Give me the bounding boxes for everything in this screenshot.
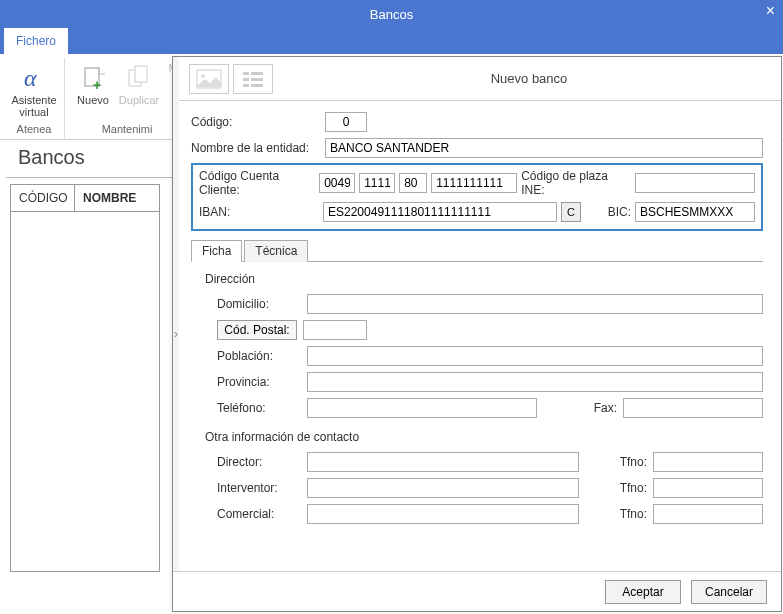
fax-label: Fax: xyxy=(583,401,617,415)
direccion-group: Domicilio: Cód. Postal: Población: Provi… xyxy=(191,294,763,418)
nuevo-label: Nuevo xyxy=(77,94,109,106)
svg-rect-8 xyxy=(251,72,263,75)
dialog-title: Nuevo banco xyxy=(277,71,781,86)
svg-point-6 xyxy=(201,74,205,78)
tab-tecnica[interactable]: Técnica xyxy=(244,240,308,262)
title-bar: Bancos × xyxy=(0,0,783,28)
iban-input[interactable] xyxy=(323,202,557,222)
svg-text:+: + xyxy=(93,77,101,92)
col-codigo[interactable]: CÓDIGO xyxy=(11,185,75,211)
duplicate-icon xyxy=(123,62,155,94)
svg-rect-9 xyxy=(243,78,249,81)
tab-fichero[interactable]: Fichero xyxy=(4,28,68,54)
alpha-icon: α xyxy=(18,62,50,94)
bic-input[interactable] xyxy=(635,202,755,222)
codigo-label: Código: xyxy=(191,115,311,129)
svg-rect-11 xyxy=(243,84,249,87)
dialog-nuevo-banco: › Nuevo banco Código: Nombre de la entid… xyxy=(172,56,782,612)
svg-rect-4 xyxy=(135,66,147,82)
bic-label: BIC: xyxy=(608,205,631,219)
ccc-cuenta-input[interactable] xyxy=(431,173,517,193)
dialog-footer: Aceptar Cancelar xyxy=(173,571,781,611)
asistente-label: Asistente virtual xyxy=(11,94,56,118)
direccion-title: Dirección xyxy=(205,272,763,286)
iban-label: IBAN: xyxy=(199,205,319,219)
dialog-toolbar: Nuevo banco xyxy=(173,57,781,101)
grid-header: CÓDIGO NOMBRE xyxy=(10,184,160,212)
nombre-label: Nombre de la entidad: xyxy=(191,141,311,155)
ccc-dc-input[interactable] xyxy=(399,173,427,193)
interventor-tfno-label: Tfno: xyxy=(607,481,647,495)
ccc-sucursal-input[interactable] xyxy=(359,173,395,193)
nombre-input[interactable] xyxy=(325,138,763,158)
cuenta-box: Código Cuenta Cliente: Código de plaza I… xyxy=(191,163,763,231)
ribbon-group-atenea: α Asistente virtual Atenea xyxy=(4,58,65,139)
splitter-handle[interactable]: › xyxy=(173,57,179,611)
plaza-input[interactable] xyxy=(635,173,755,193)
image-placeholder-icon[interactable] xyxy=(189,64,229,94)
ccc-label: Código Cuenta Cliente: xyxy=(199,169,315,197)
tabs: Ficha Técnica xyxy=(191,239,763,262)
cancelar-button[interactable]: Cancelar xyxy=(691,580,767,604)
domicilio-input[interactable] xyxy=(307,294,763,314)
grid-body[interactable] xyxy=(10,212,160,572)
comercial-label: Comercial: xyxy=(217,507,301,521)
aceptar-button[interactable]: Aceptar xyxy=(605,580,681,604)
contacto-group: Director: Tfno: Interventor: Tfno: Comer… xyxy=(191,452,763,524)
group-label-manten: Mantenimi xyxy=(102,123,153,137)
close-icon[interactable]: × xyxy=(766,2,775,20)
provincia-input[interactable] xyxy=(307,372,763,392)
poblacion-input[interactable] xyxy=(307,346,763,366)
asistente-virtual-button[interactable]: α Asistente virtual xyxy=(10,60,58,120)
fax-input[interactable] xyxy=(623,398,763,418)
new-document-icon: + xyxy=(77,62,109,94)
comercial-tfno-input[interactable] xyxy=(653,504,763,524)
provincia-label: Provincia: xyxy=(217,375,301,389)
ribbon-group-manten: + Nuevo Duplicar M Mantenimi xyxy=(65,58,189,139)
director-input[interactable] xyxy=(307,452,579,472)
plaza-label: Código de plaza INE: xyxy=(521,169,631,197)
interventor-tfno-input[interactable] xyxy=(653,478,763,498)
nuevo-button[interactable]: + Nuevo xyxy=(71,60,115,108)
form-area: Código: Nombre de la entidad: Código Cue… xyxy=(173,101,781,536)
contacto-title: Otra información de contacto xyxy=(205,430,763,444)
ccc-banco-input[interactable] xyxy=(319,173,355,193)
duplicar-label: Duplicar xyxy=(119,94,159,106)
form-layout-icon[interactable] xyxy=(233,64,273,94)
window-title: Bancos xyxy=(370,7,413,22)
interventor-label: Interventor: xyxy=(217,481,301,495)
group-label-atenea: Atenea xyxy=(17,123,52,137)
poblacion-label: Población: xyxy=(217,349,301,363)
tab-ficha[interactable]: Ficha xyxy=(191,240,242,262)
comercial-input[interactable] xyxy=(307,504,579,524)
telefono-label: Teléfono: xyxy=(217,401,301,415)
domicilio-label: Domicilio: xyxy=(217,297,301,311)
col-nombre[interactable]: NOMBRE xyxy=(75,185,159,211)
iban-calc-button[interactable]: C xyxy=(561,202,581,222)
codigo-input[interactable] xyxy=(325,112,367,132)
menu-tabs: Fichero xyxy=(0,28,783,54)
comercial-tfno-label: Tfno: xyxy=(607,507,647,521)
duplicar-button[interactable]: Duplicar xyxy=(117,60,161,108)
director-tfno-input[interactable] xyxy=(653,452,763,472)
svg-rect-12 xyxy=(251,84,263,87)
svg-rect-10 xyxy=(251,78,263,81)
svg-text:α: α xyxy=(24,65,37,91)
cod-postal-input[interactable] xyxy=(303,320,367,340)
svg-rect-7 xyxy=(243,72,249,75)
director-label: Director: xyxy=(217,455,301,469)
interventor-input[interactable] xyxy=(307,478,579,498)
cod-postal-button[interactable]: Cód. Postal: xyxy=(217,320,297,340)
telefono-input[interactable] xyxy=(307,398,537,418)
director-tfno-label: Tfno: xyxy=(607,455,647,469)
